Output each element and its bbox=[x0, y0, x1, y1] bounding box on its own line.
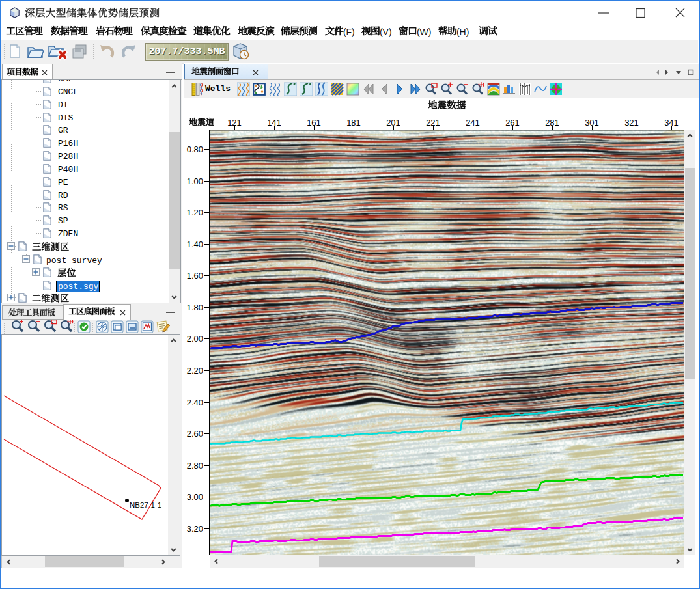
svg-text:NB27-1-1: NB27-1-1 bbox=[130, 501, 161, 509]
